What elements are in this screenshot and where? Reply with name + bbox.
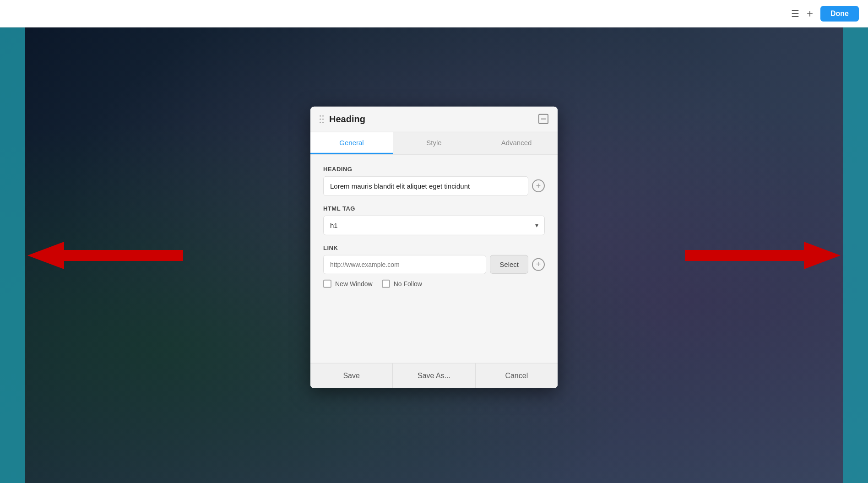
- html-tag-select-wrapper: h1 h2 h3 h4 h5 h6 div span p ▾: [323, 215, 545, 235]
- new-window-checkbox-box[interactable]: [323, 279, 331, 288]
- link-select-button[interactable]: Select: [490, 255, 528, 274]
- no-follow-checkbox[interactable]: No Follow: [382, 279, 422, 288]
- link-input[interactable]: [323, 255, 486, 274]
- cancel-button[interactable]: Cancel: [476, 363, 558, 388]
- no-follow-checkbox-box[interactable]: [382, 279, 390, 288]
- heading-input-row: +: [323, 176, 545, 195]
- done-button[interactable]: Done: [820, 6, 859, 22]
- modal-body: Heading + HTML Tag h1 h2 h3 h4 h5 h6 div…: [310, 154, 558, 363]
- heading-field-label: Heading: [323, 165, 545, 172]
- modal-dialog: Heading General Style Advanced Heading +…: [310, 106, 558, 388]
- link-field-label: Link: [323, 244, 545, 251]
- heading-add-button[interactable]: +: [532, 179, 545, 192]
- side-bar-left: [0, 27, 25, 483]
- html-tag-field-group: HTML Tag h1 h2 h3 h4 h5 h6 div span p ▾: [323, 205, 545, 235]
- list-icon[interactable]: ☰: [791, 8, 799, 19]
- modal-footer: Save Save As... Cancel: [310, 363, 558, 388]
- link-field-group: Link Select + New Window No Follow: [323, 244, 545, 288]
- tab-style[interactable]: Style: [393, 132, 475, 154]
- add-icon[interactable]: +: [807, 7, 813, 20]
- html-tag-select[interactable]: h1 h2 h3 h4 h5 h6 div span p: [323, 215, 545, 235]
- arrow-left[interactable]: [27, 242, 183, 269]
- save-as-button[interactable]: Save As...: [393, 363, 475, 388]
- modal-title: Heading: [329, 114, 538, 124]
- side-bar-right: [843, 27, 868, 483]
- save-button[interactable]: Save: [310, 363, 393, 388]
- new-window-label: New Window: [335, 280, 373, 287]
- heading-input[interactable]: [323, 176, 528, 195]
- drag-handle: [320, 115, 324, 123]
- no-follow-label: No Follow: [394, 280, 422, 287]
- tab-advanced[interactable]: Advanced: [475, 132, 558, 154]
- modal-header: Heading: [310, 106, 558, 132]
- new-window-checkbox[interactable]: New Window: [323, 279, 373, 288]
- link-add-button[interactable]: +: [532, 258, 545, 271]
- html-tag-field-label: HTML Tag: [323, 205, 545, 212]
- tab-general[interactable]: General: [310, 132, 393, 154]
- minimize-button[interactable]: [538, 114, 548, 124]
- modal-tabs: General Style Advanced: [310, 132, 558, 154]
- svg-marker-1: [685, 242, 841, 269]
- link-input-row: Select +: [323, 255, 545, 274]
- arrow-right[interactable]: [685, 242, 841, 269]
- checkbox-row: New Window No Follow: [323, 279, 545, 288]
- heading-field-group: Heading +: [323, 165, 545, 195]
- top-bar: ☰ + Done: [0, 0, 868, 27]
- empty-space: [323, 297, 545, 352]
- svg-marker-0: [27, 242, 183, 269]
